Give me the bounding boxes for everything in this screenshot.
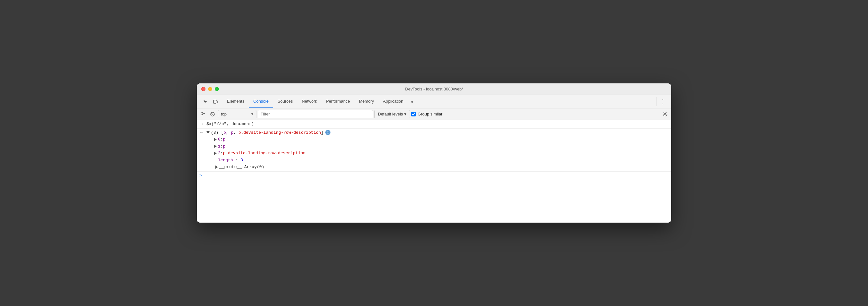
output-array-content: (3) [p, p, p.devsite-landing-row-descrip… [206,130,669,170]
array-item-1: 1 : p [207,143,669,150]
inspect-icon[interactable] [200,97,210,106]
maximize-button[interactable] [215,87,219,91]
console-output: › $x("//p", document) ← (3) [p, p, p.dev… [197,120,671,223]
devtools-menu-button[interactable]: ⋮ [658,97,668,106]
devtools-window: DevTools - localhost:8080/web/ Elements … [197,83,671,223]
more-tabs-button[interactable]: » [408,95,416,108]
tab-sources[interactable]: Sources [273,95,298,108]
array-header[interactable]: (3) [p, p, p.devsite-landing-row-descrip… [207,130,669,136]
tab-application[interactable]: Application [378,95,408,108]
group-similar-label[interactable]: Group similar [411,112,442,116]
svg-marker-2 [201,112,203,115]
input-gutter: › [199,121,206,127]
input-command: $x("//p", document) [207,121,254,127]
title-bar: DevTools - localhost:8080/web/ [197,83,671,95]
expand-icon-1 [214,145,217,148]
console-repl-input[interactable] [204,173,669,178]
console-settings-button[interactable] [661,110,669,118]
array-proto: __proto__ : Array(0) [207,163,669,170]
device-icon[interactable] [211,97,220,106]
tab-bar: Elements Console Sources Network Perform… [197,95,671,108]
collapse-arrow-icon [207,131,210,134]
svg-rect-1 [216,101,217,103]
tab-bar-icons [198,95,222,108]
expand-icon-0 [214,138,217,141]
return-arrow-icon: ← [200,130,203,136]
expand-icon-2 [214,152,217,155]
separator [656,97,656,106]
svg-point-6 [664,113,666,115]
default-levels-button[interactable]: Default levels ▾ [374,110,410,118]
output-gutter: ← [199,130,206,136]
context-selector[interactable]: top ▼ [218,110,256,118]
tab-memory[interactable]: Memory [354,95,378,108]
svg-rect-0 [214,100,216,103]
context-select-input[interactable]: top [218,110,256,118]
tab-console[interactable]: Console [249,95,273,108]
traffic-lights [201,87,219,91]
array-item-2: 2 : p.devsite-landing-row-description [207,149,669,157]
close-button[interactable] [201,87,206,91]
console-input-line: › $x("//p", document) [197,120,671,129]
tab-performance[interactable]: Performance [321,95,354,108]
window-title: DevTools - localhost:8080/web/ [405,87,463,91]
info-badge[interactable]: i [326,130,331,135]
tab-bar-right: ⋮ [654,95,670,108]
console-prompt-line[interactable]: > [197,172,671,179]
prompt-symbol: > [199,173,202,178]
levels-arrow-icon: ▾ [404,112,406,116]
array-length: length : 3 [207,157,669,164]
array-item-0: 0 : p [207,136,669,143]
output-array-line: ← (3) [p, p, p.devsite-landing-row-descr… [197,129,671,172]
block-requests-button[interactable] [208,110,217,118]
filter-input[interactable] [258,110,373,118]
proto-expand-icon [215,166,218,169]
console-toolbar: top ▼ Default levels ▾ Group similar [197,108,671,120]
group-similar-checkbox[interactable] [411,112,416,116]
tab-elements[interactable]: Elements [222,95,249,108]
tab-network[interactable]: Network [298,95,322,108]
clear-console-button[interactable] [199,110,207,118]
minimize-button[interactable] [208,87,212,91]
svg-line-5 [211,113,214,115]
input-content: $x("//p", document) [206,121,669,127]
